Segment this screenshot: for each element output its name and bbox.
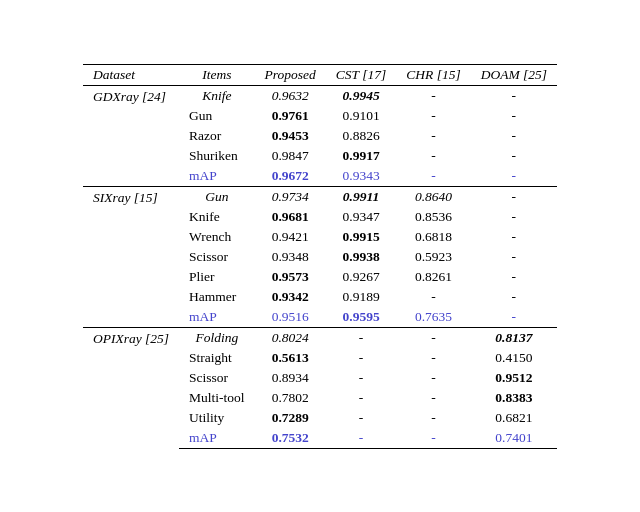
cell-proposed: 0.9348 xyxy=(255,247,326,267)
cell-cst: 0.9595 xyxy=(326,307,396,328)
cell-doam: - xyxy=(471,106,557,126)
cell-doam: - xyxy=(471,85,557,106)
cell-doam: - xyxy=(471,146,557,166)
cell-doam: - xyxy=(471,247,557,267)
cell-cst: 0.9267 xyxy=(326,267,396,287)
cell-chr: 0.8536 xyxy=(396,207,470,227)
col-doam: DOAM [25] xyxy=(471,64,557,85)
col-cst: CST [17] xyxy=(326,64,396,85)
cell-item: Wrench xyxy=(179,227,255,247)
cell-proposed: 0.9516 xyxy=(255,307,326,328)
cell-proposed: 0.9632 xyxy=(255,85,326,106)
cell-cst: 0.9911 xyxy=(326,186,396,207)
cell-doam: - xyxy=(471,287,557,307)
cell-cst: 0.9938 xyxy=(326,247,396,267)
cell-chr: 0.8261 xyxy=(396,267,470,287)
cell-proposed: 0.9421 xyxy=(255,227,326,247)
cell-item: Shuriken xyxy=(179,146,255,166)
cell-cst: 0.9347 xyxy=(326,207,396,227)
cell-cst: 0.9101 xyxy=(326,106,396,126)
cell-chr: 0.6818 xyxy=(396,227,470,247)
cell-doam: 0.9512 xyxy=(471,368,557,388)
cell-doam: - xyxy=(471,267,557,287)
cell-proposed: 0.9734 xyxy=(255,186,326,207)
cell-item: Knife xyxy=(179,207,255,227)
col-chr: CHR [15] xyxy=(396,64,470,85)
cell-cst: - xyxy=(326,388,396,408)
cell-item: mAP xyxy=(179,428,255,449)
cell-proposed: 0.9681 xyxy=(255,207,326,227)
cell-item: Folding xyxy=(179,327,255,348)
cell-doam: - xyxy=(471,227,557,247)
cell-chr: 0.5923 xyxy=(396,247,470,267)
col-items: Items xyxy=(179,64,255,85)
cell-chr: - xyxy=(396,85,470,106)
cell-proposed: 0.9453 xyxy=(255,126,326,146)
cell-proposed: 0.8024 xyxy=(255,327,326,348)
cell-chr: - xyxy=(396,408,470,428)
cell-chr: - xyxy=(396,388,470,408)
cell-proposed: 0.7802 xyxy=(255,388,326,408)
cell-proposed: 0.9573 xyxy=(255,267,326,287)
cell-item: Gun xyxy=(179,106,255,126)
cell-chr: - xyxy=(396,126,470,146)
cell-doam: - xyxy=(471,166,557,187)
cell-proposed: 0.7532 xyxy=(255,428,326,449)
cell-doam: 0.7401 xyxy=(471,428,557,449)
cell-cst: 0.8826 xyxy=(326,126,396,146)
cell-item: Straight xyxy=(179,348,255,368)
cell-proposed: 0.8934 xyxy=(255,368,326,388)
cell-cst: - xyxy=(326,348,396,368)
cell-item: Hammer xyxy=(179,287,255,307)
cell-chr: - xyxy=(396,348,470,368)
cell-cst: 0.9917 xyxy=(326,146,396,166)
cell-cst: 0.9189 xyxy=(326,287,396,307)
cell-doam: 0.4150 xyxy=(471,348,557,368)
col-proposed: Proposed xyxy=(255,64,326,85)
cell-proposed: 0.5613 xyxy=(255,348,326,368)
cell-cst: - xyxy=(326,368,396,388)
cell-chr: - xyxy=(396,106,470,126)
table-container: Dataset Items Proposed CST [17] CHR [15]… xyxy=(67,54,573,459)
cell-item: Razor xyxy=(179,126,255,146)
table-row: OPIXray [25]Folding0.8024--0.8137 xyxy=(83,327,557,348)
cell-doam: - xyxy=(471,186,557,207)
cell-item: mAP xyxy=(179,166,255,187)
cell-item: Multi-tool xyxy=(179,388,255,408)
cell-proposed: 0.7289 xyxy=(255,408,326,428)
cell-proposed: 0.9672 xyxy=(255,166,326,187)
cell-doam: - xyxy=(471,307,557,328)
table-row: GDXray [24]Knife0.96320.9945-- xyxy=(83,85,557,106)
cell-doam: - xyxy=(471,126,557,146)
cell-item: Scissor xyxy=(179,247,255,267)
cell-cst: - xyxy=(326,327,396,348)
cell-chr: 0.7635 xyxy=(396,307,470,328)
cell-cst: 0.9915 xyxy=(326,227,396,247)
col-dataset: Dataset xyxy=(83,64,179,85)
cell-chr: - xyxy=(396,166,470,187)
results-table: Dataset Items Proposed CST [17] CHR [15]… xyxy=(83,64,557,449)
cell-dataset: OPIXray [25] xyxy=(83,327,179,448)
cell-chr: 0.8640 xyxy=(396,186,470,207)
cell-item: Utility xyxy=(179,408,255,428)
cell-proposed: 0.9761 xyxy=(255,106,326,126)
cell-item: Scissor xyxy=(179,368,255,388)
cell-item: Gun xyxy=(179,186,255,207)
cell-cst: 0.9343 xyxy=(326,166,396,187)
cell-proposed: 0.9342 xyxy=(255,287,326,307)
cell-cst: - xyxy=(326,428,396,449)
table-row: SIXray [15]Gun0.97340.99110.8640- xyxy=(83,186,557,207)
cell-chr: - xyxy=(396,146,470,166)
cell-dataset: SIXray [15] xyxy=(83,186,179,327)
cell-chr: - xyxy=(396,327,470,348)
cell-item: Plier xyxy=(179,267,255,287)
cell-chr: - xyxy=(396,287,470,307)
cell-cst: - xyxy=(326,408,396,428)
cell-doam: - xyxy=(471,207,557,227)
cell-proposed: 0.9847 xyxy=(255,146,326,166)
cell-doam: 0.6821 xyxy=(471,408,557,428)
cell-item: Knife xyxy=(179,85,255,106)
cell-chr: - xyxy=(396,368,470,388)
cell-item: mAP xyxy=(179,307,255,328)
cell-doam: 0.8383 xyxy=(471,388,557,408)
